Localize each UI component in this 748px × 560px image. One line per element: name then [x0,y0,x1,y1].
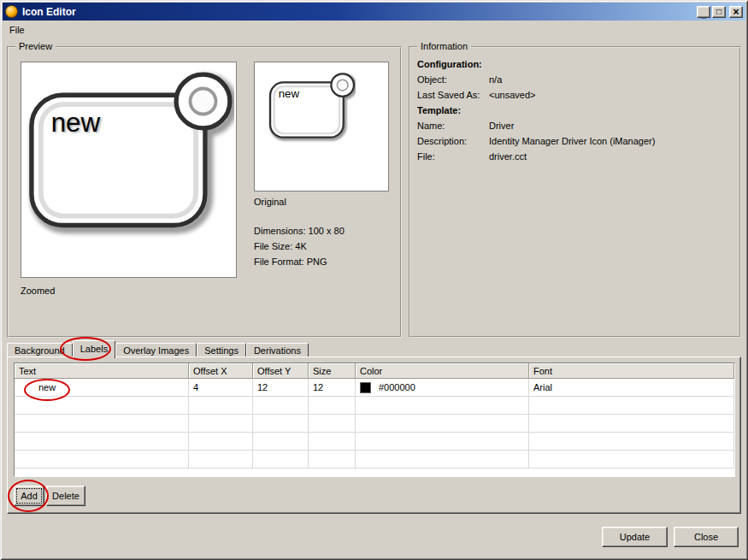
minimize-button[interactable]: _ [697,6,710,18]
table-cell [253,451,309,469]
table-cell [189,415,253,433]
information-list: Configuration: Object: n/a Last Saved As… [417,58,734,166]
labels-table: Text Offset X Offset Y Size Color Font n… [14,363,735,477]
original-preview-image: new [254,62,389,192]
table-cell [15,415,189,433]
zoomed-caption: Zoomed [21,286,55,296]
tab-settings[interactable]: Settings [197,343,246,357]
zoomed-preview-image: new new [21,62,237,278]
cell-font[interactable]: Arial [529,379,734,397]
table-cell [15,451,189,469]
table-cell [15,397,189,415]
info-value [489,104,734,120]
table-row-empty [15,397,734,415]
table-row-empty [15,433,734,451]
column-header-color[interactable]: Color [356,363,529,379]
close-window-button[interactable]: × [729,6,743,18]
tab-derivations[interactable]: Derivations [246,343,309,357]
column-header-size[interactable]: Size [309,363,356,379]
table-cell [356,433,529,451]
info-value-file: driver.cct [489,150,734,166]
table-cell [253,433,309,451]
cell-size[interactable]: 12 [309,379,356,397]
info-value [489,58,734,74]
table-cell [253,415,309,433]
delete-button[interactable]: Delete [46,486,85,506]
tab-labels[interactable]: Labels [73,340,115,358]
info-value-object: n/a [489,74,734,89]
file-format-text: File Format: PNG [254,256,327,267]
cell-offset-x[interactable]: 4 [189,379,253,397]
info-value-name: Driver [489,120,734,135]
column-header-font[interactable]: Font [529,363,734,379]
info-label-file: File: [417,150,489,166]
table-cell [309,433,356,451]
table-cell [356,415,529,433]
information-legend: Information [417,41,471,51]
info-value-last-saved-as: <unsaved> [489,89,734,104]
table-cell [309,415,356,433]
update-button[interactable]: Update [602,527,668,547]
add-button[interactable]: Add [14,486,44,506]
info-label-configuration: Configuration: [417,58,489,74]
icon-editor-window: Icon Editor _ □ × File Preview new new [0,0,748,560]
icon-label-text: new [51,108,101,138]
table-header-row: Text Offset X Offset Y Size Color Font [15,363,734,379]
menu-bar: File [3,21,745,38]
table-cell [529,415,734,433]
table-cell [15,433,189,451]
color-swatch [360,382,371,393]
table-cell [309,451,356,469]
tab-bar: Background Labels Overlay Images Setting… [7,340,309,358]
table-row[interactable]: new 4 12 12 #000000 Arial [15,379,734,397]
tab-overlay-images[interactable]: Overlay Images [115,343,197,357]
maximize-button[interactable]: □ [712,6,726,18]
tab-background[interactable]: Background [7,343,73,357]
window-title: Icon Editor [22,6,695,18]
app-icon[interactable] [5,5,18,18]
original-caption: Original [254,197,286,207]
table-row-empty [15,451,734,469]
cell-offset-y[interactable]: 12 [253,379,309,397]
info-label-last-saved-as: Last Saved As: [417,89,489,104]
table-cell [529,451,734,469]
column-header-offset-y[interactable]: Offset Y [253,363,309,379]
table-cell [529,397,734,415]
table-cell [189,451,253,469]
menu-file[interactable]: File [3,22,32,38]
file-size-text: File Size: 4K [254,241,307,251]
information-groupbox: Information Configuration: Object: n/a L… [409,46,741,338]
info-label-object: Object: [417,74,489,89]
preview-groupbox: Preview new new Zoomed [7,46,402,338]
table-cell [189,433,253,451]
info-label-name: Name: [417,120,489,135]
table-cell [253,397,309,415]
info-value-description: Identity Manager Driver Icon (iManager) [489,135,734,150]
table-row-empty [15,415,734,433]
cell-color[interactable]: #000000 [356,379,529,397]
column-header-offset-x[interactable]: Offset X [189,363,253,379]
title-bar[interactable]: Icon Editor _ □ × [3,3,745,21]
column-header-text[interactable]: Text [15,363,189,379]
table-cell [529,433,734,451]
info-label-template: Template: [417,104,489,120]
table-cell [189,397,253,415]
close-button[interactable]: Close [674,527,739,547]
dimensions-text: Dimensions: 100 x 80 [254,226,345,236]
cell-text[interactable]: new [15,379,189,397]
info-label-description: Description: [417,135,489,150]
color-hex-text: #000000 [379,382,415,392]
icon-label-text: new [279,87,300,100]
table-cell [309,397,356,415]
table-cell [356,451,529,469]
preview-legend: Preview [15,41,56,51]
table-cell [356,397,529,415]
